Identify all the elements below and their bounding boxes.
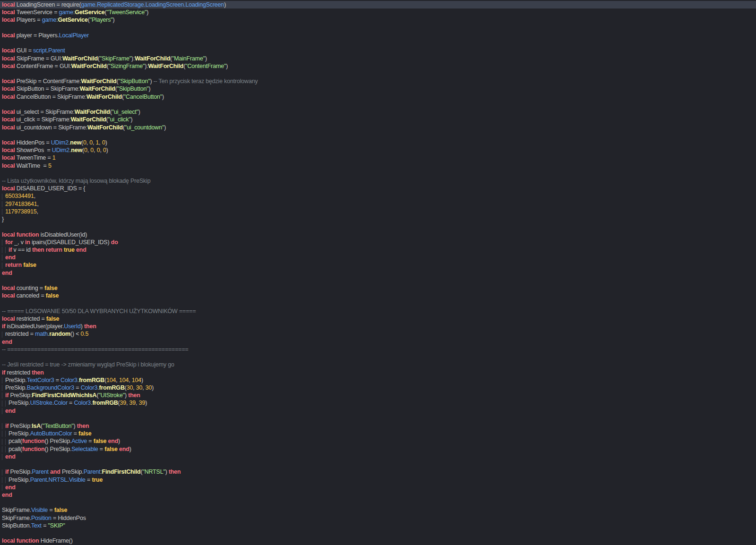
code-line[interactable]: local TweenService = game:GetService("Tw… xyxy=(0,9,756,16)
code-line[interactable]: local SkipFrame = GUI:WaitForChild("Skip… xyxy=(0,55,756,62)
code-line[interactable] xyxy=(0,170,756,177)
code-line[interactable] xyxy=(0,24,756,32)
code-line[interactable]: end xyxy=(0,338,756,346)
code-line[interactable]: restricted = math.random() < 0.5 xyxy=(0,330,756,338)
code-line[interactable]: local function isDisabledUser(id) xyxy=(0,231,756,238)
code-line[interactable] xyxy=(0,499,756,506)
code-line[interactable]: local counting = false xyxy=(0,284,756,292)
code-line[interactable]: end xyxy=(0,269,756,277)
code-line[interactable] xyxy=(0,131,756,139)
code-line[interactable]: SkipButton.Text = "SKIP" xyxy=(0,522,756,529)
code-token: ) xyxy=(106,147,108,153)
code-line[interactable]: local TweenTime = 1 xyxy=(0,154,756,162)
code-token: Parent xyxy=(32,468,49,475)
code-line[interactable]: end xyxy=(0,254,756,261)
code-token: player = Players. xyxy=(17,32,59,39)
code-line[interactable]: -- ===== LOSOWANIE 50/50 DLA WYBRANYCH U… xyxy=(0,307,756,315)
code-line[interactable]: local PreSkip = ContentFrame:WaitForChil… xyxy=(0,77,756,85)
code-token: then xyxy=(128,392,140,399)
code-line[interactable]: if restricted then xyxy=(0,369,756,376)
code-line[interactable]: local SkipButton = SkipFrame:WaitForChil… xyxy=(0,85,756,93)
code-line[interactable]: pcall(function() PreSkip.Active = false … xyxy=(0,437,756,445)
code-editor[interactable]: local LoadingScreen = require(game.Repli… xyxy=(0,0,756,545)
code-line[interactable] xyxy=(0,70,756,77)
code-line[interactable]: local restricted = false xyxy=(0,315,756,323)
code-line[interactable] xyxy=(0,415,756,422)
code-line[interactable]: local player = Players.LocalPlayer xyxy=(0,32,756,39)
code-line[interactable]: local canceled = false xyxy=(0,292,756,299)
code-line[interactable]: local GUI = script.Parent xyxy=(0,47,756,54)
code-line[interactable] xyxy=(0,300,756,307)
code-line[interactable]: 2974183641, xyxy=(0,200,756,208)
code-token: end xyxy=(5,408,16,414)
code-line[interactable]: if PreSkip:FindFirstChildWhichIsA("UIStr… xyxy=(0,392,756,399)
code-line[interactable]: end xyxy=(0,453,756,460)
code-line[interactable]: } xyxy=(0,215,756,223)
code-line[interactable]: pcall(function() PreSkip.Selectable = fa… xyxy=(0,445,756,453)
code-token: PreSkip: xyxy=(10,423,32,429)
code-line[interactable]: if PreSkip.Parent and PreSkip.Parent:Fin… xyxy=(0,468,756,476)
code-line[interactable]: SkipFrame.Position = HiddenPos xyxy=(0,514,756,522)
code-line[interactable]: local ShownPos = UDim2.new(0, 0, 0, 0) xyxy=(0,146,756,154)
code-line[interactable]: PreSkip.Parent.NRTSL.Visible = true xyxy=(0,476,756,484)
code-line[interactable]: local HiddenPos = UDim2.new(0, 0, 1, 0) xyxy=(0,139,756,146)
code-token: "ContentFrame" xyxy=(185,63,226,69)
code-token: = xyxy=(72,430,78,437)
code-line[interactable]: PreSkip.TextColor3 = Color3.fromRGB(104,… xyxy=(0,376,756,384)
code-line[interactable] xyxy=(0,529,756,537)
code-token: do xyxy=(111,239,118,246)
code-line[interactable]: 1179738915, xyxy=(0,208,756,215)
code-token: LocalPlayer xyxy=(59,32,89,39)
code-token: local xyxy=(2,47,17,54)
code-line[interactable]: -- Jeśli restricted = true -> zmieniamy … xyxy=(0,361,756,368)
code-line[interactable]: if v == id then return true end xyxy=(0,246,756,254)
code-token: end xyxy=(2,339,12,345)
code-line[interactable] xyxy=(0,460,756,468)
code-line[interactable]: PreSkip.AutoButtonColor = false xyxy=(0,430,756,437)
code-token: PreSkip. xyxy=(10,468,32,475)
code-token: = HiddenPos xyxy=(52,515,86,521)
code-line[interactable]: end xyxy=(0,491,756,499)
code-line[interactable]: 650334491, xyxy=(0,192,756,200)
code-token: then xyxy=(32,369,44,376)
code-token: "ui_countdown" xyxy=(125,124,164,131)
code-line[interactable] xyxy=(0,39,756,47)
code-line[interactable]: local ui_click = SkipFrame:WaitForChild(… xyxy=(0,116,756,123)
indent-guide xyxy=(2,485,5,491)
code-line[interactable]: for _, v in ipairs(DISABLED_USER_IDS) do xyxy=(0,238,756,246)
code-line[interactable] xyxy=(0,353,756,361)
code-line[interactable]: end xyxy=(0,484,756,491)
code-line[interactable]: local function HideFrame() xyxy=(0,537,756,545)
code-line[interactable]: SkipFrame.Visible = false xyxy=(0,506,756,514)
code-line[interactable]: end xyxy=(0,407,756,415)
code-line[interactable]: local CancelButton = SkipFrame:WaitForCh… xyxy=(0,93,756,101)
indent-guide xyxy=(2,255,5,261)
code-token: LoadingScreen = require( xyxy=(17,1,81,8)
code-line[interactable]: PreSkip.BackgroundColor3 = Color3.fromRG… xyxy=(0,384,756,392)
code-line[interactable]: local Players = game:GetService("Players… xyxy=(0,16,756,24)
code-line[interactable]: return false xyxy=(0,261,756,269)
code-line[interactable]: local ui_countdown = SkipFrame:WaitForCh… xyxy=(0,124,756,131)
code-line[interactable]: local ContentFrame = GUI:WaitForChild("S… xyxy=(0,62,756,70)
code-line[interactable] xyxy=(0,277,756,284)
code-line[interactable]: local ui_select = SkipFrame:WaitForChild… xyxy=(0,108,756,116)
code-token: "TextButton" xyxy=(43,423,74,429)
code-token: "NRTSL" xyxy=(142,468,165,475)
code-token: ) xyxy=(105,139,107,146)
code-line[interactable]: if isDisabledUser(player.UserId) then xyxy=(0,323,756,330)
indent-guide xyxy=(2,408,5,414)
code-line[interactable]: PreSkip.UIStroke.Color = Color3.fromRGB(… xyxy=(0,399,756,407)
code-token: PreSkip: xyxy=(10,392,32,399)
code-token: GUI = xyxy=(17,47,33,54)
code-line[interactable]: -- Lista użytkowników, którzy mają losow… xyxy=(0,177,756,185)
code-token: function xyxy=(22,446,45,452)
code-line[interactable]: local DISABLED_USER_IDS = { xyxy=(0,185,756,192)
code-token: "TweenService" xyxy=(107,9,147,16)
code-line-selected[interactable]: local LoadingScreen = require(game.Repli… xyxy=(0,1,756,9)
code-token: ) xyxy=(129,446,131,452)
code-line[interactable]: -- =====================================… xyxy=(0,346,756,353)
code-line[interactable]: if PreSkip:IsA("TextButton") then xyxy=(0,422,756,430)
code-line[interactable]: local WaitTime = 5 xyxy=(0,162,756,170)
code-line[interactable] xyxy=(0,223,756,230)
code-line[interactable] xyxy=(0,101,756,108)
